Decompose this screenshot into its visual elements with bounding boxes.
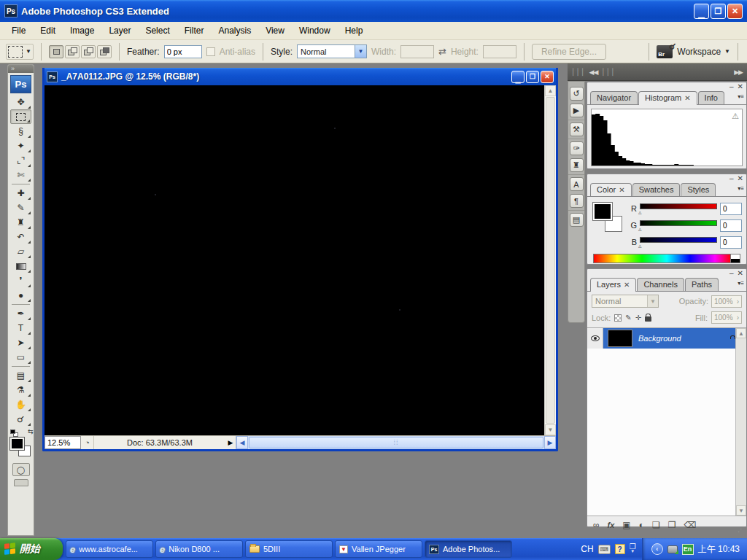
toolbox-collapse-handle[interactable]: » <box>8 65 34 73</box>
tab-nav-info[interactable]: Info <box>698 91 724 104</box>
lock-transparency-icon[interactable] <box>614 314 622 322</box>
tab-color-color[interactable]: Color✕ <box>590 183 632 197</box>
new-selection-button[interactable] <box>49 45 63 58</box>
close-button[interactable]: ✕ <box>727 4 743 19</box>
anti-alias-checkbox[interactable] <box>206 47 215 56</box>
status-flyout-arrow-icon[interactable]: ▶ <box>225 436 236 449</box>
image-canvas[interactable] <box>44 85 544 435</box>
lock-pixels-icon[interactable]: ✎ <box>625 314 631 322</box>
scroll-up-icon[interactable]: ▲ <box>736 328 746 338</box>
tab-layers-channels[interactable]: Channels <box>637 278 684 291</box>
panel-close-icon[interactable]: ✕ <box>738 82 743 90</box>
panel-menu-icon[interactable]: ▾≡ <box>738 280 744 287</box>
rectangular-marquee-tool[interactable] <box>10 109 31 124</box>
panel-menu-icon[interactable]: ▾≡ <box>738 185 744 192</box>
hand-tool[interactable]: ✋ <box>10 397 31 412</box>
panel-minimize-icon[interactable]: – <box>729 82 734 90</box>
feather-input[interactable] <box>164 45 202 58</box>
history-brush-tool[interactable]: ↶ <box>10 230 31 244</box>
doc-close-button[interactable]: ✕ <box>541 71 554 83</box>
language-bar-options-icon[interactable]: ❐▼ <box>630 544 636 554</box>
screen-mode-button[interactable] <box>14 479 28 486</box>
width-input[interactable] <box>400 45 434 58</box>
task-button-5diii[interactable]: 5DIII <box>245 540 333 558</box>
slice-tool[interactable]: ✄ <box>10 168 31 182</box>
new-layer-button[interactable]: ❐ <box>668 520 676 530</box>
dock-grip[interactable]: ∣∣∣ <box>601 67 616 77</box>
swap-dimensions-icon[interactable]: ⇄ <box>438 46 446 57</box>
channel-value-input[interactable] <box>720 203 742 215</box>
type-tool[interactable]: T <box>10 321 31 335</box>
collapse-dock-left-icon[interactable]: ◀◀ <box>589 69 598 76</box>
doc-maximize-button[interactable]: ❐ <box>526 71 539 83</box>
dock-grip[interactable]: ∣∣∣ <box>571 67 586 77</box>
add-layer-mask-button[interactable]: ▣ <box>622 520 630 530</box>
bridge-button[interactable]: Br <box>657 45 673 58</box>
task-button-adobe-photos-[interactable]: PsAdobe Photos... <box>425 540 512 558</box>
clone-source-panel-icon[interactable]: ♜ <box>570 158 584 172</box>
doc-minimize-button[interactable]: ▁ <box>511 71 525 83</box>
scroll-left-icon[interactable]: ◀ <box>236 436 248 449</box>
task-button-www-astrocafe-[interactable]: ewww.astrocafe... <box>66 540 153 558</box>
channel-value-input[interactable] <box>720 236 742 249</box>
minimize-button[interactable]: ▁ <box>694 4 709 19</box>
scroll-up-icon[interactable]: ▲ <box>545 85 556 96</box>
quick-selection-tool[interactable]: ✦ <box>10 139 31 153</box>
new-group-button[interactable]: ❏ <box>652 520 660 530</box>
tab-close-icon[interactable]: ✕ <box>619 186 624 194</box>
style-select[interactable]: Normal ▼ <box>297 44 367 58</box>
safely-remove-hardware-icon[interactable] <box>667 545 678 553</box>
zoom-level-input[interactable] <box>44 436 81 449</box>
lock-all-icon[interactable] <box>645 316 651 322</box>
eraser-tool[interactable]: ▱ <box>10 244 31 259</box>
height-input[interactable] <box>483 45 516 58</box>
crop-tool[interactable]: ⌞⌝ <box>10 153 31 168</box>
horizontal-scrollbar[interactable]: ◀ ▶ <box>236 436 556 449</box>
menu-filter[interactable]: Filter <box>177 23 212 39</box>
brushes-panel-icon[interactable]: ✑ <box>570 141 584 155</box>
menu-view[interactable]: View <box>258 23 292 39</box>
character-panel-icon[interactable]: A <box>570 177 584 191</box>
ime-language-badge[interactable]: En <box>682 544 694 555</box>
layers-scrollbar[interactable]: ▲ ▼ <box>735 328 746 516</box>
layer-style-button[interactable]: fx <box>608 521 615 529</box>
history-panel-icon[interactable]: ↺ <box>570 87 584 101</box>
paragraph-panel-icon[interactable]: ¶ <box>570 194 584 208</box>
refine-edge-button[interactable]: Refine Edge... <box>532 44 606 60</box>
slider-handle-icon[interactable]: ▵ <box>638 225 642 233</box>
tab-close-icon[interactable]: ✕ <box>624 281 630 289</box>
eyedropper-tool[interactable]: ⚗ <box>10 383 31 397</box>
gradient-tool[interactable] <box>10 259 31 273</box>
tab-close-icon[interactable]: ✕ <box>684 94 690 102</box>
tool-preset-picker[interactable]: ▼ <box>6 44 34 60</box>
lock-position-icon[interactable]: ✛ <box>635 314 641 322</box>
shape-tool[interactable]: ▭ <box>10 350 31 365</box>
fill-input[interactable]: 100%› <box>711 311 742 324</box>
tab-nav-histogram[interactable]: Histogram✕ <box>638 91 697 105</box>
menu-help[interactable]: Help <box>338 23 371 39</box>
layer-row-background[interactable]: Background <box>587 328 735 349</box>
scroll-down-icon[interactable]: ▼ <box>545 424 556 435</box>
layer-thumbnail[interactable] <box>608 330 632 347</box>
swap-colors-icon[interactable]: ⇆ <box>28 428 34 435</box>
tab-color-swatches[interactable]: Swatches <box>632 183 681 196</box>
intersect-selection-button[interactable] <box>97 45 112 58</box>
slider-handle-icon[interactable]: ▵ <box>638 242 642 249</box>
menu-file[interactable]: File <box>4 23 33 39</box>
actions-panel-icon[interactable]: ▶ <box>570 104 584 117</box>
opacity-input[interactable]: 100%› <box>711 295 742 308</box>
delete-layer-button[interactable]: ⌫ <box>684 520 696 530</box>
brush-tool[interactable]: ✎ <box>10 201 31 215</box>
menu-window[interactable]: Window <box>292 23 338 39</box>
notes-tool[interactable]: ▤ <box>10 368 31 383</box>
channel-value-input[interactable] <box>720 219 742 232</box>
language-indicator[interactable]: CH <box>581 544 593 554</box>
menu-analysis[interactable]: Analysis <box>211 23 258 39</box>
foreground-color-swatch[interactable] <box>10 438 24 450</box>
link-layers-button[interactable]: ∞ <box>593 520 600 530</box>
clone-stamp-tool[interactable]: ♜ <box>10 215 31 230</box>
tab-layers-paths[interactable]: Paths <box>685 278 719 291</box>
keyboard-icon[interactable]: ⌨ <box>598 545 611 554</box>
tab-color-styles[interactable]: Styles <box>681 183 716 196</box>
restore-button[interactable]: ❐ <box>711 4 726 19</box>
